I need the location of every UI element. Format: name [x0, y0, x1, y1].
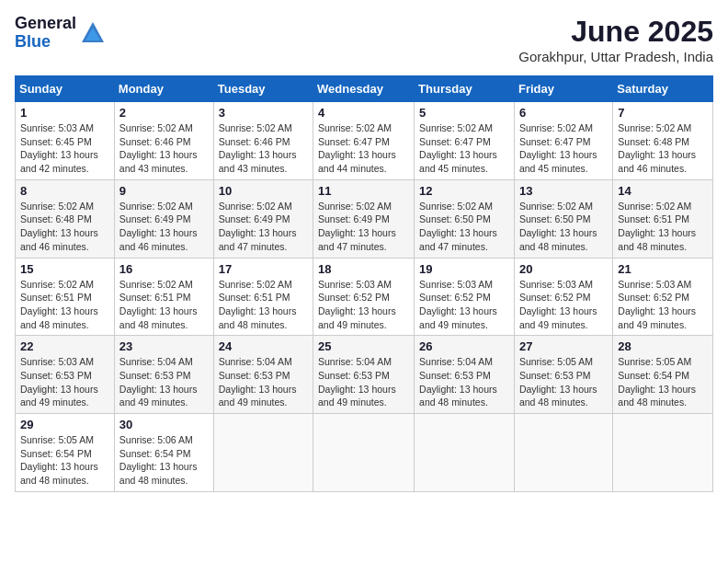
- day-number: 13: [519, 184, 608, 198]
- calendar-day: 20Sunrise: 5:03 AMSunset: 6:52 PMDayligh…: [514, 258, 612, 336]
- calendar-day: 30Sunrise: 5:06 AMSunset: 6:54 PMDayligh…: [114, 414, 213, 492]
- calendar-day: 26Sunrise: 5:04 AMSunset: 6:53 PMDayligh…: [415, 336, 515, 414]
- day-info: Sunrise: 5:03 AMSunset: 6:52 PMDaylight:…: [618, 278, 708, 332]
- day-number: 18: [318, 262, 409, 276]
- calendar-day: 14Sunrise: 5:02 AMSunset: 6:51 PMDayligh…: [613, 179, 713, 258]
- day-info: Sunrise: 5:04 AMSunset: 6:53 PMDaylight:…: [419, 355, 509, 409]
- day-info: Sunrise: 5:02 AMSunset: 6:50 PMDaylight:…: [519, 200, 608, 254]
- calendar-day: 28Sunrise: 5:05 AMSunset: 6:54 PMDayligh…: [613, 336, 713, 414]
- day-info: Sunrise: 5:06 AMSunset: 6:54 PMDaylight:…: [119, 433, 209, 488]
- column-header-sunday: Sunday: [16, 76, 115, 102]
- day-info: Sunrise: 5:02 AMSunset: 6:46 PMDaylight:…: [219, 121, 308, 176]
- day-number: 12: [419, 184, 509, 198]
- calendar-week-4: 22Sunrise: 5:03 AMSunset: 6:53 PMDayligh…: [16, 336, 713, 414]
- calendar-day: 17Sunrise: 5:02 AMSunset: 6:51 PMDayligh…: [213, 258, 313, 336]
- calendar-week-2: 8Sunrise: 5:02 AMSunset: 6:48 PMDaylight…: [16, 179, 713, 258]
- column-header-saturday: Saturday: [613, 76, 713, 102]
- calendar-day: 23Sunrise: 5:04 AMSunset: 6:53 PMDayligh…: [114, 336, 213, 414]
- logo-text: General Blue: [15, 15, 76, 52]
- day-number: 10: [219, 184, 308, 198]
- logo-icon: [80, 20, 106, 46]
- location: Gorakhpur, Uttar Pradesh, India: [518, 49, 713, 64]
- day-number: 11: [318, 184, 409, 198]
- day-info: Sunrise: 5:02 AMSunset: 6:48 PMDaylight:…: [618, 121, 708, 176]
- day-info: Sunrise: 5:02 AMSunset: 6:47 PMDaylight:…: [519, 121, 608, 176]
- day-info: Sunrise: 5:03 AMSunset: 6:52 PMDaylight:…: [519, 278, 608, 332]
- day-info: Sunrise: 5:03 AMSunset: 6:52 PMDaylight:…: [419, 278, 509, 332]
- day-number: 17: [219, 262, 308, 276]
- day-info: Sunrise: 5:03 AMSunset: 6:53 PMDaylight:…: [20, 355, 109, 409]
- calendar-day: 18Sunrise: 5:03 AMSunset: 6:52 PMDayligh…: [313, 258, 415, 336]
- calendar-day: 2Sunrise: 5:02 AMSunset: 6:46 PMDaylight…: [114, 102, 213, 180]
- calendar-day: 1Sunrise: 5:03 AMSunset: 6:45 PMDaylight…: [16, 102, 115, 180]
- calendar-day: 8Sunrise: 5:02 AMSunset: 6:48 PMDaylight…: [16, 179, 115, 258]
- calendar-day: 19Sunrise: 5:03 AMSunset: 6:52 PMDayligh…: [415, 258, 515, 336]
- day-info: Sunrise: 5:04 AMSunset: 6:53 PMDaylight:…: [119, 355, 209, 409]
- day-info: Sunrise: 5:02 AMSunset: 6:51 PMDaylight:…: [20, 278, 109, 332]
- calendar-day: 15Sunrise: 5:02 AMSunset: 6:51 PMDayligh…: [16, 258, 115, 336]
- day-number: 25: [318, 339, 409, 353]
- day-info: Sunrise: 5:02 AMSunset: 6:49 PMDaylight:…: [219, 200, 308, 254]
- day-info: Sunrise: 5:03 AMSunset: 6:45 PMDaylight:…: [20, 121, 109, 176]
- day-number: 4: [318, 106, 409, 120]
- calendar-day: 16Sunrise: 5:02 AMSunset: 6:51 PMDayligh…: [114, 258, 213, 336]
- calendar-day: [514, 414, 612, 492]
- day-number: 6: [519, 106, 608, 120]
- calendar-table: SundayMondayTuesdayWednesdayThursdayFrid…: [15, 75, 713, 492]
- day-info: Sunrise: 5:05 AMSunset: 6:54 PMDaylight:…: [618, 355, 708, 409]
- calendar-day: 10Sunrise: 5:02 AMSunset: 6:49 PMDayligh…: [213, 179, 313, 258]
- day-number: 1: [20, 106, 109, 120]
- column-header-friday: Friday: [514, 76, 612, 102]
- day-info: Sunrise: 5:05 AMSunset: 6:54 PMDaylight:…: [20, 433, 109, 488]
- month-year: June 2025: [518, 15, 713, 49]
- day-number: 8: [20, 184, 109, 198]
- column-header-wednesday: Wednesday: [313, 76, 415, 102]
- day-number: 5: [419, 106, 509, 120]
- calendar-day: [415, 414, 515, 492]
- logo-blue: Blue: [15, 33, 76, 52]
- calendar-day: 7Sunrise: 5:02 AMSunset: 6:48 PMDaylight…: [613, 102, 713, 180]
- day-info: Sunrise: 5:02 AMSunset: 6:48 PMDaylight:…: [20, 200, 109, 254]
- day-number: 21: [618, 262, 708, 276]
- column-header-monday: Monday: [114, 76, 213, 102]
- calendar-day: 13Sunrise: 5:02 AMSunset: 6:50 PMDayligh…: [514, 179, 612, 258]
- day-number: 7: [618, 106, 708, 120]
- calendar-day: 25Sunrise: 5:04 AMSunset: 6:53 PMDayligh…: [313, 336, 415, 414]
- calendar-week-1: 1Sunrise: 5:03 AMSunset: 6:45 PMDaylight…: [16, 102, 713, 180]
- calendar-day: 24Sunrise: 5:04 AMSunset: 6:53 PMDayligh…: [213, 336, 313, 414]
- day-info: Sunrise: 5:02 AMSunset: 6:49 PMDaylight:…: [119, 200, 209, 254]
- calendar-day: [313, 414, 415, 492]
- calendar-day: 11Sunrise: 5:02 AMSunset: 6:49 PMDayligh…: [313, 179, 415, 258]
- day-number: 28: [618, 339, 708, 353]
- day-number: 19: [419, 262, 509, 276]
- calendar-day: [213, 414, 313, 492]
- day-number: 14: [618, 184, 708, 198]
- day-info: Sunrise: 5:02 AMSunset: 6:47 PMDaylight:…: [318, 121, 409, 176]
- day-number: 26: [419, 339, 509, 353]
- day-info: Sunrise: 5:02 AMSunset: 6:51 PMDaylight:…: [119, 278, 209, 332]
- day-info: Sunrise: 5:02 AMSunset: 6:50 PMDaylight:…: [419, 200, 509, 254]
- day-number: 2: [119, 106, 209, 120]
- title-section: June 2025 Gorakhpur, Uttar Pradesh, Indi…: [518, 15, 713, 64]
- header-row: SundayMondayTuesdayWednesdayThursdayFrid…: [16, 76, 713, 102]
- day-number: 27: [519, 339, 608, 353]
- calendar-day: 12Sunrise: 5:02 AMSunset: 6:50 PMDayligh…: [415, 179, 515, 258]
- day-number: 9: [119, 184, 209, 198]
- day-info: Sunrise: 5:02 AMSunset: 6:51 PMDaylight:…: [618, 200, 708, 254]
- calendar-day: 6Sunrise: 5:02 AMSunset: 6:47 PMDaylight…: [514, 102, 612, 180]
- day-number: 24: [219, 339, 308, 353]
- day-number: 22: [20, 339, 109, 353]
- day-info: Sunrise: 5:05 AMSunset: 6:53 PMDaylight:…: [519, 355, 608, 409]
- day-info: Sunrise: 5:03 AMSunset: 6:52 PMDaylight:…: [318, 278, 409, 332]
- calendar-week-5: 29Sunrise: 5:05 AMSunset: 6:54 PMDayligh…: [16, 414, 713, 492]
- logo: General Blue: [15, 15, 106, 52]
- calendar-day: 27Sunrise: 5:05 AMSunset: 6:53 PMDayligh…: [514, 336, 612, 414]
- day-info: Sunrise: 5:04 AMSunset: 6:53 PMDaylight:…: [318, 355, 409, 409]
- calendar-day: 29Sunrise: 5:05 AMSunset: 6:54 PMDayligh…: [16, 414, 115, 492]
- day-info: Sunrise: 5:02 AMSunset: 6:51 PMDaylight:…: [219, 278, 308, 332]
- day-number: 3: [219, 106, 308, 120]
- logo-general: General: [15, 15, 76, 33]
- day-number: 20: [519, 262, 608, 276]
- calendar-day: 9Sunrise: 5:02 AMSunset: 6:49 PMDaylight…: [114, 179, 213, 258]
- calendar-day: [613, 414, 713, 492]
